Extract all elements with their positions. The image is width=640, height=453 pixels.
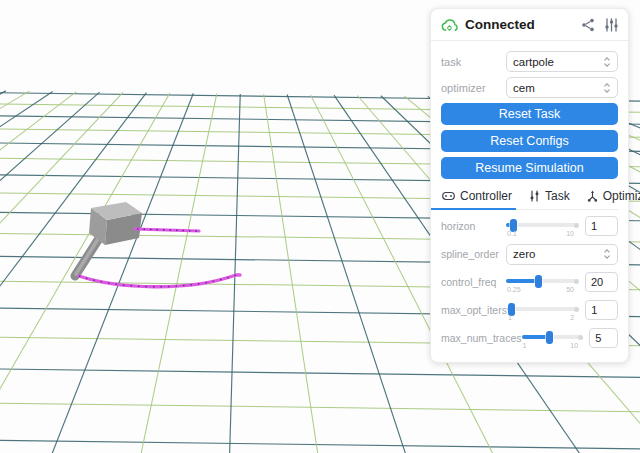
slider-track[interactable] bbox=[507, 307, 578, 311]
tab-task[interactable]: Task bbox=[528, 187, 571, 209]
graph-icon bbox=[587, 190, 598, 202]
reset-task-button[interactable]: Reset Task bbox=[441, 103, 618, 125]
app-window: Connected task bbox=[0, 0, 640, 453]
reset-configs-button[interactable]: Reset Configs bbox=[441, 130, 618, 152]
resume-simulation-button[interactable]: Resume Simulation bbox=[441, 157, 618, 179]
field-control-freq: control_freq 0.25 50 20 bbox=[441, 269, 618, 295]
cloud-sync-icon bbox=[441, 18, 458, 32]
slider-max-label: 50 bbox=[566, 286, 574, 293]
slider-fill bbox=[522, 335, 550, 339]
slider-handle[interactable] bbox=[546, 331, 553, 344]
config-tabs: Controller Task bbox=[441, 186, 618, 210]
slider-end-dot bbox=[574, 307, 579, 312]
optimizer-label: optimizer bbox=[441, 82, 506, 94]
task-select[interactable]: cartpole bbox=[506, 51, 618, 72]
slider-max-label: 10 bbox=[566, 230, 574, 237]
max-num-traces-slider[interactable]: 1 10 bbox=[522, 328, 583, 348]
field-label: control_freq bbox=[441, 276, 506, 288]
tab-optimizer[interactable]: Optimizer bbox=[586, 187, 640, 209]
sliders-icon[interactable] bbox=[605, 18, 618, 32]
tab-task-label: Task bbox=[545, 189, 570, 203]
slider-handle[interactable] bbox=[535, 275, 542, 288]
slider-min-label: 1 bbox=[508, 314, 512, 321]
slider-min-label: 0.25 bbox=[507, 286, 521, 293]
optimizer-select[interactable]: cem bbox=[506, 77, 618, 98]
horizon-input[interactable]: 1 bbox=[585, 216, 618, 236]
field-label: max_num_traces bbox=[441, 332, 522, 344]
horizon-slider[interactable]: 0.1 10 bbox=[506, 216, 578, 236]
chevron-updown-icon bbox=[603, 82, 611, 94]
field-label: horizon bbox=[441, 220, 506, 232]
task-row: task cartpole bbox=[441, 51, 618, 72]
field-horizon: horizon 0.1 10 1 bbox=[441, 213, 618, 239]
field-max-opt-iters: max_opt_iters 1 2 1 bbox=[441, 297, 618, 323]
panel-header: Connected bbox=[431, 9, 628, 41]
slider-min-label: 0.1 bbox=[507, 230, 517, 237]
chevron-updown-icon bbox=[603, 56, 611, 68]
controller-fields: horizon 0.1 10 1 spline_order zero bbox=[441, 213, 618, 351]
slider-end-dot bbox=[578, 335, 583, 340]
tune-icon bbox=[529, 190, 540, 202]
task-value: cartpole bbox=[513, 56, 603, 68]
chevron-updown-icon bbox=[603, 248, 611, 260]
field-max-num-traces: max_num_traces 1 10 5 bbox=[441, 325, 618, 351]
tab-optimizer-label: Optimizer bbox=[603, 189, 640, 203]
optimizer-value: cem bbox=[513, 82, 603, 94]
share-icon[interactable] bbox=[581, 18, 595, 32]
tab-controller[interactable]: Controller bbox=[441, 187, 513, 209]
connection-status: Connected bbox=[465, 17, 574, 32]
task-label: task bbox=[441, 56, 506, 68]
field-spline-order: spline_order zero bbox=[441, 241, 618, 267]
max-opt-iters-slider[interactable]: 1 2 bbox=[507, 300, 578, 320]
optimizer-row: optimizer cem bbox=[441, 77, 618, 98]
spline-order-value: zero bbox=[513, 248, 603, 260]
slider-end-dot bbox=[574, 223, 579, 228]
max-num-traces-input[interactable]: 5 bbox=[589, 328, 618, 348]
spline-order-select[interactable]: zero bbox=[506, 244, 618, 265]
slider-min-label: 1 bbox=[523, 342, 527, 349]
field-label: spline_order bbox=[441, 248, 506, 260]
slider-end-dot bbox=[574, 279, 579, 284]
gamepad-icon bbox=[442, 191, 455, 201]
control-freq-input[interactable]: 20 bbox=[585, 272, 618, 292]
control-panel: Connected task bbox=[430, 8, 629, 363]
control-freq-slider[interactable]: 0.25 50 bbox=[506, 272, 578, 292]
slider-max-label: 2 bbox=[570, 314, 574, 321]
slider-max-label: 10 bbox=[570, 342, 578, 349]
tab-controller-label: Controller bbox=[460, 189, 512, 203]
field-label: max_opt_iters bbox=[441, 304, 507, 316]
max-opt-iters-input[interactable]: 1 bbox=[585, 300, 618, 320]
slider-fill bbox=[506, 279, 538, 283]
